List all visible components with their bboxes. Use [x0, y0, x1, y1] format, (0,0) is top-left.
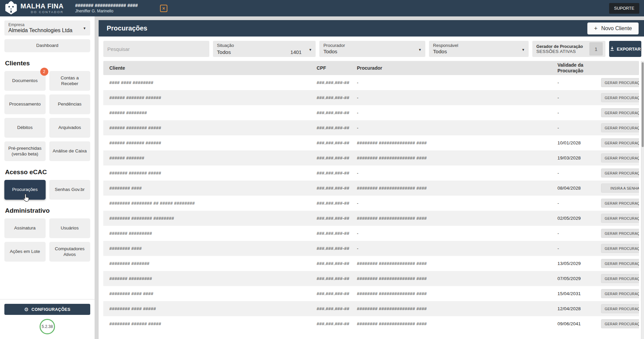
lion-hexagon-logo-icon: [5, 1, 17, 16]
gerar-procuracao-button[interactable]: GERAR PROCURAÇAO: [601, 274, 639, 283]
procurador-cell: -: [351, 171, 551, 176]
cliente-cell: #### #### ########: [103, 80, 311, 85]
topbar: MALHA FINA DO CONTADOR ####### #########…: [0, 0, 644, 16]
search-box[interactable]: [103, 41, 209, 57]
validade-cell: 02/05/2029: [551, 216, 595, 221]
gerar-procuracao-button[interactable]: GERAR PROCURAÇAO: [601, 304, 639, 313]
cliente-cell: ####### #########: [103, 231, 311, 236]
responsavel-value: Todos: [433, 49, 525, 55]
sidebar-item-usuarios[interactable]: Usuários: [49, 218, 91, 238]
suporte-button[interactable]: SUPORTE: [609, 3, 639, 14]
cpf-cell: ###.###.###-##: [311, 140, 351, 145]
gerar-procuracao-button[interactable]: GERAR PROCURAÇAO: [601, 259, 639, 268]
sidebar-item-senhas-govbr[interactable]: Senhas Gov.br: [49, 180, 91, 200]
gerar-procuracao-button[interactable]: GERAR PROCURAÇAO: [601, 153, 639, 162]
validade-cell: -: [551, 201, 595, 206]
chevron-down-icon: ▼: [418, 48, 422, 52]
gerar-procuracao-button[interactable]: GERAR PROCURAÇAO: [601, 199, 639, 208]
insira-a-senha-button[interactable]: INSIRA A SENHA: [601, 184, 639, 193]
chevron-down-icon: ▼: [522, 48, 525, 52]
scrollbar-thumb[interactable]: [642, 62, 644, 147]
validade-cell: -: [551, 95, 595, 100]
procuracoes-table: Cliente CPF Procurador Validade da Procu…: [103, 61, 639, 339]
sidebar-item-arquivados[interactable]: Arquivados: [49, 118, 91, 138]
table-scrollbar[interactable]: [641, 61, 644, 339]
gerar-procuracao-button[interactable]: GERAR PROCURAÇAO: [601, 78, 639, 87]
procurador-cell: -: [351, 125, 551, 130]
gerar-procuracao-button[interactable]: GERAR PROCURAÇAO: [601, 289, 639, 298]
company-title: ####### ############ ####: [75, 3, 138, 9]
novo-cliente-button[interactable]: + Novo Cliente: [587, 22, 639, 35]
situacao-label: Situação: [217, 43, 312, 48]
procurador-cell: -: [351, 231, 551, 236]
gerar-procuracao-button[interactable]: GERAR PROCURAÇAO: [601, 108, 639, 117]
configuracoes-button[interactable]: ⚙ CONFIGURAÇÕES: [4, 304, 90, 315]
exportar-button[interactable]: EXPORTAR: [609, 41, 641, 57]
sidebar-item-computadores-ativos[interactable]: Computadores Ativos: [49, 242, 91, 262]
procurador-cell: -: [351, 201, 551, 206]
procurador-dropdown[interactable]: Procurador Todos ▼: [319, 41, 425, 57]
app-logo: MALHA FINA DO CONTADOR: [5, 1, 70, 16]
gerar-procuracao-button[interactable]: GERAR PROCURAÇAO: [601, 244, 639, 253]
sidebar-item-acoes-em-lote[interactable]: Ações em Lote: [4, 242, 46, 262]
procurador-cell: ######## ############## ####: [351, 276, 551, 281]
table-row: ###### ####### ###### ###.###.###-## ###…: [103, 135, 639, 150]
sidebar-item-pendencias[interactable]: Pendências: [49, 94, 91, 114]
gerar-procuracao-button[interactable]: GERAR PROCURAÇAO: [601, 214, 639, 223]
validade-cell: -: [551, 246, 595, 251]
notification-badge: 2: [40, 68, 48, 76]
gerar-procuracao-button[interactable]: GERAR PROCURAÇAO: [601, 93, 639, 102]
table-row: ######## ###### ##### ###.###.###-## ###…: [103, 316, 639, 331]
gerar-procuracao-button[interactable]: GERAR PROCURAÇAO: [601, 168, 639, 178]
validade-cell: 08/04/2028: [551, 186, 595, 191]
gerar-procuracao-button[interactable]: GERAR PROCURAÇAO: [601, 229, 639, 238]
situacao-dropdown[interactable]: Situação Todos 1401 ▼: [213, 41, 316, 57]
cliente-cell: ###### ####### ######: [103, 95, 311, 100]
validade-cell: -: [551, 231, 595, 236]
sidebar-item-pre-preenchidas[interactable]: Pré-preenchidas (versão beta): [4, 141, 46, 161]
sidebar-item-assinatura[interactable]: Assinatura: [4, 218, 46, 238]
sidebar-item-dashboard[interactable]: Dashboard: [4, 39, 90, 52]
cliente-cell: ######## ######## ## ##### ########: [103, 201, 311, 206]
procurador-cell: ######## ############## ####: [351, 155, 551, 160]
procurador-cell: -: [351, 80, 551, 85]
sidebar-item-processamento[interactable]: Processamento: [4, 94, 46, 114]
responsavel-label: Responsável: [433, 43, 525, 48]
cliente-cell: ######## ######## ########: [103, 216, 311, 221]
cpf-cell: ###.###.###-##: [311, 110, 351, 115]
cliente-cell: ######## #### ####: [103, 291, 311, 296]
search-input[interactable]: [107, 46, 205, 52]
procurador-cell: ######## ############## ####: [351, 186, 551, 191]
procurador-cell: -: [351, 246, 551, 251]
sidebar-item-procuracoes[interactable]: Procurações: [4, 180, 46, 200]
responsavel-dropdown[interactable]: Responsável Todos ▼: [429, 41, 529, 57]
table-row: ###### ####### ###### ###.###.###-## - -…: [103, 90, 639, 105]
table-zone: Cliente CPF Procurador Validade da Procu…: [103, 61, 644, 339]
procurador-cell: ######## ############## ####: [351, 291, 551, 296]
main-panel: Procurações + Novo Cliente Situação Todo…: [99, 20, 644, 339]
clientes-grid: Documentos 2 Contas a Receber Processame…: [4, 71, 90, 161]
gerar-procuracao-button[interactable]: GERAR PROCURAÇAO: [601, 138, 639, 147]
sidebar-item-documentos[interactable]: Documentos: [4, 71, 46, 91]
validade-cell: -: [551, 110, 595, 115]
cpf-cell: ###.###.###-##: [311, 321, 351, 326]
configuracoes-label: CONFIGURAÇÕES: [32, 307, 70, 312]
sidebar-item-debitos[interactable]: Débitos: [4, 118, 46, 138]
chevron-down-icon: ▼: [83, 26, 86, 30]
company-select[interactable]: Empresa Almeida Technologies Ltda ▼: [4, 20, 90, 36]
cpf-cell: ###.###.###-##: [311, 261, 351, 266]
exportar-label: EXPORTAR: [617, 47, 641, 52]
orange-x-icon[interactable]: ×: [160, 5, 167, 12]
gerar-procuracao-button[interactable]: GERAR PROCURAÇAO: [601, 123, 639, 132]
table-row: ######## ######## ## ##### ######## ###.…: [103, 196, 639, 211]
sidebar-item-contas-a-receber[interactable]: Contas a Receber: [49, 71, 91, 91]
situacao-value: Todos: [217, 49, 231, 55]
cliente-cell: ######## #######: [103, 261, 311, 266]
plus-icon: +: [594, 25, 598, 31]
page-titlebar: Procurações + Novo Cliente: [99, 20, 644, 37]
table-row: ######## #### #### ###.###.###-## ######…: [103, 286, 639, 301]
gerador-procuracao-box[interactable]: Gerador de Procuração SESSÕES ATIVAS 1: [532, 41, 605, 57]
sidebar-item-analise-de-caixa[interactable]: Análise de Caixa: [49, 141, 91, 161]
company-header: ####### ############ #### Jheniffer G. M…: [75, 3, 138, 14]
gerar-procuracao-button[interactable]: GERAR PROCURAÇAO: [601, 319, 639, 328]
